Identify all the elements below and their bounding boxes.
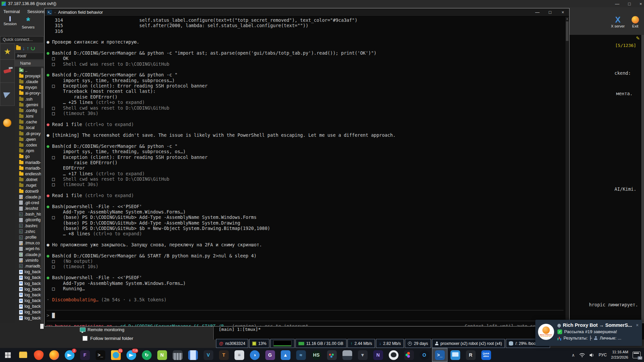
sftp-column-header[interactable]: Name — [15, 60, 44, 67]
background-scrollbar[interactable] — [641, 35, 644, 323]
file-row[interactable]: log_backu — [15, 309, 41, 315]
taskbar-icon-swirl-app[interactable]: ◑ — [247, 348, 262, 362]
prompt-line[interactable]: > █ — [47, 313, 566, 318]
file-row[interactable]: myvpn — [15, 85, 41, 90]
telegram-notification[interactable]: RICH PROXY TELEGRAM·BOT Rich Proxy Bot →… — [535, 320, 642, 346]
file-row[interactable]: log_backu — [15, 275, 41, 281]
x-server-button[interactable]: X X server — [609, 15, 627, 28]
download-icon[interactable]: ↓ — [22, 46, 25, 51]
file-row[interactable]: .ssh — [15, 96, 41, 102]
checkbox[interactable] — [83, 336, 88, 341]
refresh-icon[interactable] — [31, 46, 35, 50]
remote-monitoring-option[interactable]: Remote monitoring — [80, 327, 124, 332]
menu-terminal[interactable]: Terminal — [3, 9, 20, 14]
servers-button[interactable]: * Servers — [19, 17, 37, 29]
taskbar-icon-notion-app[interactable]: N — [370, 348, 386, 362]
file-row[interactable]: .claude — [15, 79, 41, 84]
file-row[interactable]: log_backu — [15, 269, 41, 275]
taskbar-icon-funnel-app[interactable]: ▼ — [355, 348, 370, 362]
file-row[interactable]: .tmux.co — [15, 240, 41, 246]
taskbar-icon-telegram-alt-app[interactable]: 716 — [123, 348, 139, 362]
file-row[interactable]: dotnet9 — [15, 188, 41, 194]
file-row[interactable]: proxyapi — [15, 73, 41, 79]
upload-icon[interactable]: ↑ — [27, 46, 30, 51]
taskbar-icon-panel-app[interactable] — [185, 348, 201, 362]
file-row[interactable]: .cache — [15, 119, 41, 125]
taskbar-icon-telegram-app[interactable]: 2 — [62, 348, 77, 362]
taskbar-icon-cmd-terminal[interactable]: >_ — [93, 348, 108, 362]
console-close-button[interactable]: × — [556, 10, 569, 15]
taskbar-icon-hs-app[interactable]: HS — [309, 348, 324, 362]
language-indicator[interactable]: РУС — [599, 353, 607, 357]
file-row[interactable]: .codex — [15, 142, 41, 148]
sftp-vertical-scrollbar[interactable] — [41, 67, 44, 323]
maximize-button[interactable]: □ — [628, 1, 631, 6]
taskbar-icon-github-desktop[interactable] — [386, 348, 401, 362]
file-row[interactable]: .. — [15, 67, 41, 73]
file-row[interactable]: .profile — [15, 234, 41, 240]
tunnels-tab[interactable] — [0, 83, 15, 106]
taskbar-icon-palette-app[interactable] — [324, 348, 339, 362]
file-row[interactable]: .mariadb_ — [15, 263, 41, 269]
taskbar-icon-chart-monitor-app[interactable] — [339, 348, 355, 362]
start-button[interactable] — [0, 348, 15, 362]
menu-sessions[interactable]: Sessions — [27, 9, 45, 14]
file-row[interactable]: log_backu — [15, 315, 41, 321]
taskbar-icon-figma-app[interactable] — [401, 348, 417, 362]
taskbar-icon-quick-utms[interactable]: Quick utms — [478, 348, 494, 362]
console-titlebar[interactable]: >_ · Animation field behavior — □ × — [45, 8, 569, 16]
file-row[interactable]: .git-cred — [15, 200, 41, 205]
exit-button[interactable]: Exit — [629, 15, 642, 28]
taskbar-icon-photos-app[interactable]: ▲ — [278, 348, 293, 362]
file-row[interactable]: .di-proxy — [15, 131, 41, 136]
taskbar-icon-whale-app[interactable]: ≈ — [293, 348, 309, 362]
file-row[interactable]: .wget-hs — [15, 246, 41, 252]
taskbar-icon-tools-app[interactable]: T — [216, 348, 231, 362]
taskbar-icon-v-app[interactable]: V — [201, 348, 216, 362]
taskbar-icon-opera-browser[interactable]: O — [417, 348, 432, 362]
scroll-up-arrow-icon[interactable]: ▲ — [566, 17, 569, 21]
file-row[interactable]: endlessh — [15, 171, 41, 177]
taskbar-icon-telegram-gold-app[interactable]: 31 — [108, 348, 123, 362]
file-row[interactable]: mariadb-i — [15, 160, 41, 165]
globe-icon[interactable] — [3, 119, 11, 127]
clock[interactable]: 11:16 AM 2/23/2026 — [611, 350, 628, 360]
file-row[interactable]: .npm — [15, 148, 41, 154]
file-row[interactable]: .claude.js — [15, 252, 41, 257]
file-row[interactable]: .bashrc — [15, 223, 41, 229]
taskbar-icon-sync-app[interactable]: ↻ — [139, 348, 154, 362]
file-row[interactable]: log_backu — [15, 281, 41, 286]
wifi-icon[interactable] — [579, 353, 585, 357]
taskbar-icon-remote-monitor-app[interactable] — [447, 348, 463, 362]
taskbar-icon-file-explorer[interactable] — [15, 348, 31, 362]
file-row[interactable]: log_backu — [15, 286, 41, 292]
file-row[interactable]: .gitconfig — [15, 217, 41, 223]
session-button[interactable]: Session — [1, 17, 19, 26]
console-minimize-button[interactable]: — — [531, 10, 544, 15]
close-button[interactable]: × — [639, 1, 642, 6]
file-row[interactable]: mariadb-c — [15, 165, 41, 171]
tools-tab[interactable] — [0, 60, 15, 83]
file-row[interactable]: log_backu — [15, 298, 41, 304]
file-row[interactable]: ai-proxy~ — [15, 90, 41, 96]
file-row[interactable]: .local — [15, 125, 41, 131]
follow-terminal-folder-option[interactable]: Follow terminal folder — [83, 336, 133, 341]
claude-code-terminal[interactable]: 314 self.status_label.configure(text=t("… — [45, 16, 566, 326]
file-row[interactable]: .gemini — [15, 102, 41, 108]
file-row[interactable]: .bash_his — [15, 212, 41, 217]
notification-close-icon[interactable]: × — [636, 322, 639, 328]
file-row[interactable]: .qwen — [15, 136, 41, 142]
file-row[interactable]: log_backu — [15, 304, 41, 309]
taskbar-icon-notepad-plus-app[interactable]: N — [154, 348, 170, 362]
file-row[interactable]: .kimi — [15, 114, 41, 119]
file-row[interactable]: .viminfo — [15, 257, 41, 263]
file-row[interactable]: .config — [15, 108, 41, 113]
minimize-button[interactable]: — — [615, 1, 620, 6]
taskbar-icon-firefox-browser[interactable] — [46, 348, 62, 362]
file-row[interactable]: log_backu — [15, 292, 41, 298]
taskbar-icon-game-app[interactable]: F — [77, 348, 93, 362]
tray-chevron-icon[interactable]: ∧ — [572, 353, 575, 358]
notifications-icon[interactable]: 32 — [633, 352, 641, 358]
taskbar-icon-calculator-app[interactable] — [170, 348, 185, 362]
taskbar-icon-gimp-app[interactable]: G — [262, 348, 278, 362]
